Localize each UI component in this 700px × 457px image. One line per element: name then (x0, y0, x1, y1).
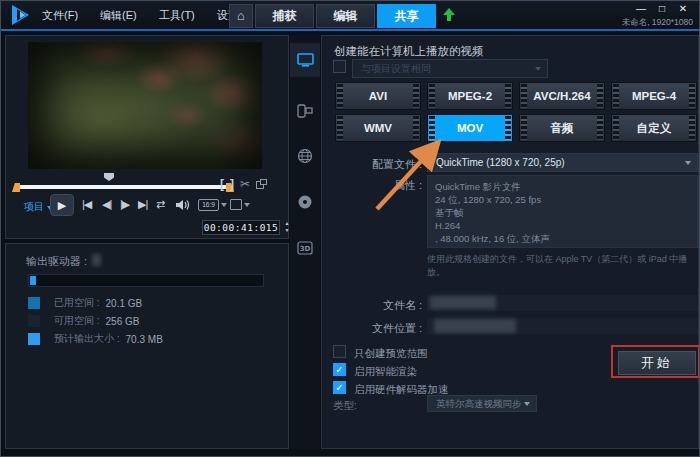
properties-label: 属性 : (322, 178, 422, 193)
next-frame-button[interactable]: |▶ (120, 198, 129, 211)
hw-decoder-checkbox[interactable] (333, 381, 346, 394)
type-label: 类型: (333, 399, 357, 413)
mark-in-button[interactable]: [ (220, 177, 224, 191)
aspect-caret-icon[interactable] (221, 203, 227, 207)
share-settings-panel: 创建能在计算机上播放的视频 与项目设置相同 AVI MPEG-2 AVC/H.2… (321, 35, 699, 449)
home-icon[interactable]: ⌂ (229, 4, 253, 28)
accent-divider (1, 29, 699, 31)
menu-edit[interactable]: 编辑(E) (89, 1, 148, 29)
titlebar: 文件(F) 编辑(E) 工具(T) 设置(S) 帮助(H) ⌂ 捕获 编辑 共享… (1, 1, 699, 29)
format-avc-button[interactable]: AVC/H.264 (519, 82, 605, 110)
type-dropdown[interactable]: 英特尔高速视频同步 (427, 395, 537, 412)
enlarge-preview-icon[interactable] (256, 179, 267, 189)
menu-tools[interactable]: 工具(T) (148, 1, 206, 29)
profile-note: 使用此规格创建的文件，可以在 Apple TV（第二代）或 iPad 中播放。 (427, 253, 695, 279)
computer-monitor-icon (297, 53, 314, 68)
minimize-button[interactable]: — (635, 3, 647, 14)
used-space-swatch (28, 297, 40, 309)
estimated-size-swatch (28, 333, 40, 345)
output-drive-title: 输出驱动器 : (26, 254, 87, 269)
share-web-tab[interactable] (290, 141, 320, 171)
upgrade-arrow-icon[interactable] (443, 8, 455, 22)
workspace-tabs: 捕获 编辑 共享 (255, 4, 438, 28)
same-as-project-dropdown[interactable]: 与项目设置相同 (352, 59, 548, 78)
legend-estimated-size: 预计输出大小 : 70.3 MB (28, 332, 163, 346)
legend-used-space: 已用空间 : 20.1 GB (28, 296, 142, 310)
disc-icon (297, 194, 313, 210)
tab-edit[interactable]: 编辑 (316, 4, 375, 28)
format-mpeg4-button[interactable]: MPEG-4 (611, 82, 697, 110)
split-clip-icon[interactable]: ✂ (240, 177, 250, 191)
share-destination-nav: 3D (290, 35, 320, 449)
trim-track[interactable] (20, 185, 226, 189)
preview-window-button[interactable] (230, 199, 242, 210)
close-button[interactable]: ✕ (677, 3, 689, 14)
format-mov-button[interactable]: MOV (427, 114, 513, 142)
share-disc-tab[interactable] (290, 187, 320, 217)
preview-window-caret-icon[interactable] (244, 203, 250, 207)
share-device-tab[interactable] (290, 95, 320, 125)
tab-capture[interactable]: 捕获 (255, 4, 314, 28)
profile-label: 配置文件 : (322, 157, 422, 172)
device-camera-icon (297, 103, 313, 118)
volume-icon[interactable] (176, 199, 190, 211)
start-button[interactable]: 开始 (618, 351, 696, 375)
playback-controls: 项目 ▶ |◀ ◀| |▶ ▶| ⇄ 16:9 (6, 194, 288, 218)
menu-file[interactable]: 文件(F) (31, 1, 89, 29)
smartrender-label: 启用智能渲染 (354, 365, 417, 379)
play-mode-selector[interactable]: 项目 (24, 200, 53, 214)
format-wmv-button[interactable]: WMV (335, 114, 421, 142)
properties-box: QuickTime 影片文件 24 位, 1280 x 720, 25 fps … (427, 175, 698, 248)
svg-text:3D: 3D (300, 245, 311, 253)
video-preview (28, 42, 262, 169)
play-button[interactable]: ▶ (50, 194, 74, 216)
profile-dropdown[interactable]: QuickTime (1280 x 720, 25p) (427, 153, 698, 172)
maximize-button[interactable]: □ (656, 3, 668, 14)
format-custom-button[interactable]: 自定义 (611, 114, 697, 142)
format-avi-button[interactable]: AVI (335, 82, 421, 110)
preview-range-label: 只创建预览范围 (354, 347, 428, 361)
go-to-start-button[interactable]: |◀ (82, 198, 91, 211)
playhead-marker[interactable] (104, 173, 114, 181)
trim-bar[interactable] (12, 183, 234, 192)
filename-label: 文件名 : (322, 298, 422, 313)
previous-frame-button[interactable]: ◀| (102, 198, 111, 211)
3d-movie-icon: 3D (297, 241, 313, 255)
mark-out-button[interactable]: ] (230, 177, 234, 191)
share-computer-tab[interactable] (290, 43, 320, 77)
project-info: 未命名, 1920*1080 (622, 17, 693, 29)
repeat-icon[interactable]: ⇄ (156, 198, 165, 211)
drive-letter-redacted (92, 254, 101, 266)
window-controls: — □ ✕ (635, 3, 689, 14)
tab-share[interactable]: 共享 (377, 4, 436, 28)
format-audio-button[interactable]: 音频 (519, 114, 605, 142)
filename-redacted (430, 296, 496, 309)
globe-icon (297, 148, 313, 164)
output-drive-panel: 输出驱动器 : 已用空间 : 20.1 GB 可用空间 : 256 GB 预计输… (5, 243, 289, 449)
go-to-end-button[interactable]: ▶| (138, 198, 147, 211)
same-as-project-checkbox[interactable] (333, 60, 346, 73)
preview-range-checkbox[interactable] (333, 345, 346, 358)
aspect-ratio-button[interactable]: 16:9 (198, 199, 219, 211)
app-window: 文件(F) 编辑(E) 工具(T) 设置(S) 帮助(H) ⌂ 捕获 编辑 共享… (0, 0, 700, 457)
smartrender-checkbox[interactable] (333, 363, 346, 376)
drive-usage-bar (28, 274, 264, 287)
timecode-display[interactable]: 00:00:41:015 (202, 220, 280, 235)
legend-free-space: 可用空间 : 256 GB (28, 314, 139, 328)
share-heading: 创建能在计算机上播放的视频 (334, 44, 484, 59)
filelocation-redacted (434, 319, 516, 333)
format-mpeg2-button[interactable]: MPEG-2 (427, 82, 513, 110)
filelocation-label: 文件位置 : (322, 321, 422, 336)
trim-handle-start[interactable] (12, 183, 20, 192)
share-3d-tab[interactable]: 3D (290, 233, 320, 263)
free-space-swatch (28, 315, 40, 327)
preview-panel: [ ] ✂ 项目 ▶ |◀ ◀| |▶ ▶| ⇄ 16:9 00:00:41:0… (5, 35, 289, 239)
